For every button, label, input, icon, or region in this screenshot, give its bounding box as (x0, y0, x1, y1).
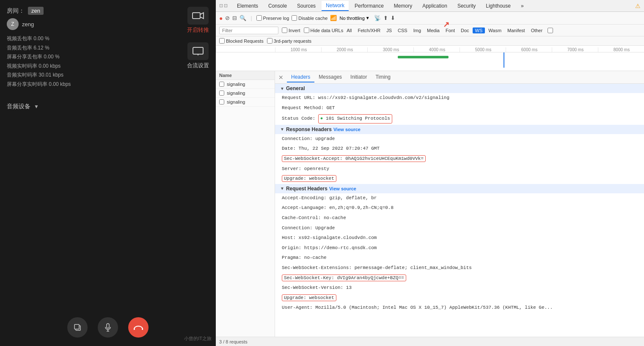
record-button[interactable]: ● (219, 15, 223, 22)
audio-loss-stat: 音频丢包率 6.12 % (7, 44, 209, 53)
filter-wasm[interactable]: Wasm (486, 27, 504, 33)
status-code-row: Status Code: ● 101 Switching Protocols (275, 113, 644, 125)
request-method-row: Request Method: GET (275, 103, 644, 113)
watermark: 小曾的IT之旅 (184, 335, 212, 342)
tab-timing[interactable]: Timing (371, 72, 395, 82)
hide-data-urls-checkbox[interactable] (304, 27, 309, 33)
tab-lighthouse[interactable]: Lighthouse (482, 1, 515, 11)
filter-input[interactable] (219, 27, 278, 34)
devtools-panel: ⊡ ⊡ Elements Console Sources Network Per… (216, 0, 644, 346)
filter-css[interactable]: CSS (395, 27, 410, 33)
request-name-1: signaling (227, 91, 245, 96)
timeline-green-bar (398, 56, 449, 58)
search-icon[interactable]: 🔍 (239, 15, 246, 21)
devtools-top-tabs: ⊡ ⊡ Elements Console Sources Network Per… (216, 0, 644, 12)
tab-performance[interactable]: Performance (350, 1, 388, 11)
upload-icon[interactable]: ⬆ (383, 15, 388, 21)
mic-button[interactable] (98, 317, 118, 338)
req-row-8: Sec-WebSocket-Key: dVIg9Aran4byQjcwde+BZ… (275, 273, 644, 283)
disable-cache-checkbox[interactable] (292, 15, 297, 21)
req-row-3: Connection: Upgrade (275, 223, 644, 233)
tick-0 (216, 47, 275, 52)
audio-section: 音频设备 ▼ (7, 103, 209, 110)
audio-bitrate-stat: 音频实时码率 30.01 kbps (7, 71, 209, 80)
svg-rect-7 (107, 324, 109, 328)
tab-network[interactable]: Network (322, 1, 349, 11)
invert-check[interactable]: Invert (282, 27, 300, 33)
throttle-icon[interactable]: 📶 (330, 15, 337, 21)
hangup-button[interactable] (128, 317, 149, 338)
filter-manifest[interactable]: Manifest (505, 27, 528, 33)
filter-other[interactable]: Other (528, 27, 545, 33)
request-check-2[interactable] (219, 99, 224, 104)
filter-font[interactable]: Font ↗ (443, 27, 457, 33)
stats-panel: 视频丢包率 0.00 % 音频丢包率 6.12 % 屏幕分享丢包率 0.00 %… (7, 34, 209, 89)
request-item-0[interactable]: signaling (216, 80, 275, 89)
tab-application[interactable]: Application (418, 1, 451, 11)
stop-button[interactable]: ⊘ (225, 15, 230, 21)
stream-settings-button[interactable]: 合流设置 (187, 62, 209, 69)
tick-5: 5000 ms (460, 47, 506, 52)
tab-initiator[interactable]: Initiator (346, 72, 371, 82)
audio-device-label: 音频设备 (7, 103, 30, 110)
request-check-0[interactable] (219, 82, 224, 87)
copy-button[interactable] (67, 317, 88, 338)
request-item-2[interactable]: signaling (216, 98, 275, 107)
detail-close-button[interactable]: ✕ (278, 74, 283, 81)
response-view-source[interactable]: View source (333, 127, 361, 132)
request-item-1[interactable]: signaling (216, 89, 275, 98)
request-check-1[interactable] (219, 91, 224, 96)
req-row-0: Accept-Encoding: gzip, deflate, br (275, 193, 644, 203)
preserve-log-checkbox[interactable] (256, 15, 262, 21)
filter-row: Invert Hide data URLs All Fetch/XHR JS C… (216, 25, 644, 36)
svg-point-10 (134, 328, 135, 330)
throttling-dropdown[interactable]: No throttling ▼ (339, 16, 369, 21)
download-icon[interactable]: ⬇ (391, 15, 395, 21)
tab-sources[interactable]: Sources (293, 1, 320, 11)
filter-icon[interactable]: ⊟ (232, 15, 237, 21)
filter-img[interactable]: Img (411, 27, 424, 33)
request-view-source[interactable]: View source (329, 186, 356, 191)
blocked-requests-check[interactable]: Blocked Requests (219, 38, 264, 44)
screen-share-bitrate-stat: 屏幕分享实时码率 0.00 kbps (7, 80, 209, 89)
filter-extra-checkbox[interactable] (548, 27, 553, 33)
tab-security[interactable]: Security (453, 1, 480, 11)
tab-headers[interactable]: Headers (287, 72, 314, 82)
third-party-checkbox[interactable] (267, 38, 272, 44)
req-row-4: Host: xs92-signalgate.cloudvdn.com (275, 233, 644, 243)
preserve-log-check[interactable]: Preserve log (256, 15, 289, 21)
camera-icon[interactable] (187, 7, 209, 25)
general-triangle: ▼ (280, 86, 284, 91)
tab-elements[interactable]: Elements (233, 1, 262, 11)
avatar: Z (7, 18, 19, 30)
third-party-check[interactable]: 3rd-party requests (267, 38, 311, 44)
start-stream-button[interactable]: 开启转推 (187, 26, 209, 34)
disable-cache-check[interactable]: Disable cache (292, 15, 328, 21)
filter-doc[interactable]: Doc (458, 27, 472, 33)
dock-icon: ⊡ (224, 3, 228, 8)
tv-icon[interactable] (187, 42, 209, 60)
request-headers-section-header: ▼ Request Headers View source (275, 184, 644, 193)
response-triangle: ▼ (280, 127, 284, 132)
filter-media[interactable]: Media (424, 27, 442, 33)
filter-ws[interactable]: WS (473, 27, 485, 33)
blocked-requests-checkbox[interactable] (219, 38, 225, 44)
tick-2: 2000 ms (321, 47, 367, 52)
timeline-ruler: 1000 ms 2000 ms 3000 ms 4000 ms 5000 ms … (216, 46, 644, 52)
filter-fetch-xhr[interactable]: Fetch/XHR (355, 27, 383, 33)
audio-dropdown-arrow[interactable]: ▼ (34, 104, 39, 110)
tab-more[interactable]: » (517, 1, 528, 11)
filter-js[interactable]: JS (384, 27, 394, 33)
tick-1: 1000 ms (275, 47, 321, 52)
tab-memory[interactable]: Memory (390, 1, 416, 11)
tab-console[interactable]: Console (264, 1, 291, 11)
hide-data-urls-check[interactable]: Hide data URLs (304, 27, 344, 33)
resp-row-1: Date: Thu, 22 Sep 2022 07:20:47 GMT (275, 144, 644, 154)
invert-checkbox[interactable] (282, 27, 287, 33)
wifi-icon[interactable]: 📡 (374, 15, 381, 21)
right-controls: 开启转推 合流设置 (187, 7, 209, 69)
tab-messages[interactable]: Messages (314, 72, 346, 82)
video-loss-stat: 视频丢包率 0.00 % (7, 34, 209, 44)
resp-row-0: Connection: upgrade (275, 134, 644, 144)
resp-row-4: Upgrade: websocket (275, 174, 644, 184)
